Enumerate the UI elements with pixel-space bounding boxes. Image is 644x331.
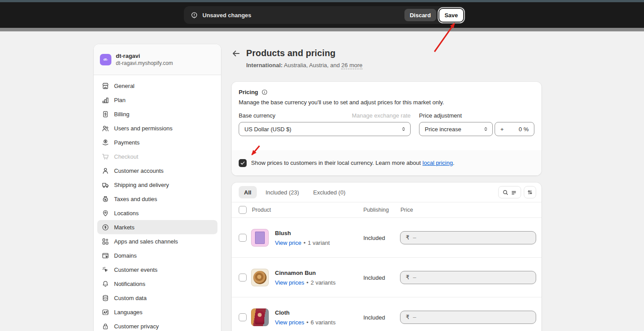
tab-excluded[interactable]: Excluded (0) <box>308 186 351 198</box>
view-prices-link[interactable]: View prices <box>275 279 304 285</box>
sidebar-item-custom-data[interactable]: Custom data <box>97 291 217 305</box>
currency-symbol: ₹ <box>406 234 409 241</box>
price-adjustment-select[interactable]: Price increase <box>419 122 493 136</box>
price-adjustment-label: Price adjustment <box>419 112 462 119</box>
lock-icon <box>102 323 109 330</box>
select-all-checkbox[interactable] <box>239 206 247 214</box>
publishing-status: Included <box>363 274 385 281</box>
alert-icon <box>191 11 198 19</box>
local-currency-text: Show prices to customers in their local … <box>251 160 421 166</box>
unsaved-changes-label: Unsaved changes <box>202 12 404 19</box>
sort-button[interactable] <box>524 186 536 198</box>
sidebar-item-users-and-permissions[interactable]: Users and permissions <box>97 121 217 135</box>
more-countries-link[interactable]: 26 more <box>341 62 362 69</box>
sidebar-item-markets[interactable]: Markets <box>97 220 217 234</box>
sidebar-item-label: General <box>114 83 134 89</box>
globe-dollar-icon <box>102 224 109 231</box>
sidebar-menu: General Plan Billing Users and permissio… <box>94 75 221 331</box>
publishing-status: Included <box>363 234 385 241</box>
price-input[interactable]: ₹ – <box>400 231 536 244</box>
local-pricing-link[interactable]: local pricing <box>423 160 453 166</box>
sidebar-item-label: Users and permissions <box>114 125 172 132</box>
topbar: Unsaved changes Discard Save <box>0 2 644 28</box>
sidebar-item-notifications[interactable]: Notifications <box>97 277 217 291</box>
adjustment-percent-input[interactable]: + 0 % <box>495 122 534 136</box>
row-checkbox[interactable] <box>239 234 247 242</box>
row-checkbox[interactable] <box>239 313 247 321</box>
billing-icon <box>102 110 109 118</box>
domains-icon <box>102 252 109 259</box>
view-prices-link[interactable]: View prices <box>275 319 304 325</box>
price-adjustment-value: Price increase <box>425 126 461 133</box>
search-filter-button[interactable] <box>498 186 521 198</box>
sidebar-item-label: Shipping and delivery <box>114 182 169 188</box>
bullet-separator: • <box>306 319 309 325</box>
info-icon[interactable] <box>261 89 268 95</box>
tab-included[interactable]: Included (23) <box>260 186 305 198</box>
settings-sidebar: dt- dt-ragavi dt-ragavi.myshopify.com Ge… <box>94 44 221 331</box>
sort-icon <box>526 189 533 196</box>
sidebar-item-label: Payments <box>114 139 140 146</box>
products-table-card: All Included (23) Excluded (0) Product P… <box>232 183 541 331</box>
header-shadow-strip <box>0 28 644 31</box>
price-input[interactable]: ₹ – <box>400 271 536 284</box>
sidebar-item-domains[interactable]: Domains <box>97 248 217 263</box>
sidebar-item-customer-privacy[interactable]: Customer privacy <box>97 319 217 331</box>
sidebar-item-label: Custom data <box>114 295 147 301</box>
variant-count: 6 variants <box>311 319 335 325</box>
price-placeholder: – <box>413 234 416 241</box>
sidebar-item-taxes-and-duties[interactable]: Taxes and duties <box>97 192 217 206</box>
view-price-link[interactable]: View price <box>275 239 301 246</box>
pricing-description: Manage the base currency you'll use to s… <box>232 95 541 106</box>
sidebar-item-label: Markets <box>114 224 134 231</box>
apps-icon <box>102 238 109 245</box>
sidebar-item-payments[interactable]: Payments <box>97 135 217 149</box>
column-publishing: Publishing <box>363 207 389 213</box>
sidebar-item-label: Billing <box>114 111 130 118</box>
sidebar-item-shipping-and-delivery[interactable]: Shipping and delivery <box>97 178 217 192</box>
currency-symbol: ₹ <box>406 314 409 320</box>
local-currency-checkbox[interactable] <box>239 159 247 167</box>
sidebar-item-general[interactable]: General <box>97 79 217 93</box>
local-currency-suffix: . <box>453 160 454 166</box>
plan-icon <box>102 96 109 104</box>
market-name-label: International: <box>246 62 282 68</box>
bell-icon <box>102 280 109 288</box>
translate-icon <box>102 308 109 316</box>
sidebar-item-billing[interactable]: Billing <box>97 107 217 121</box>
sidebar-item-apps-and-sales-channels[interactable]: Apps and sales channels <box>97 234 217 248</box>
sidebar-item-plan[interactable]: Plan <box>97 93 217 107</box>
sidebar-item-languages[interactable]: Languages <box>97 305 217 319</box>
price-placeholder: – <box>413 274 416 281</box>
back-arrow-icon[interactable] <box>232 49 240 58</box>
row-checkbox[interactable] <box>239 274 247 282</box>
sidebar-item-label: Notifications <box>114 281 145 287</box>
sidebar-item-label: Languages <box>114 309 142 316</box>
publishing-status: Included <box>363 314 385 320</box>
checkmark-icon <box>240 160 245 166</box>
table-row: Blush View price • 1 variant Included ₹ … <box>232 218 541 258</box>
person-icon <box>102 167 109 175</box>
sidebar-item-customer-accounts[interactable]: Customer accounts <box>97 164 217 178</box>
truck-icon <box>102 181 109 189</box>
sidebar-item-customer-events[interactable]: Customer events <box>97 263 217 277</box>
save-button[interactable]: Save <box>439 9 463 22</box>
base-currency-select[interactable]: US Dollar (USD $) <box>239 122 411 136</box>
price-input[interactable]: ₹ – <box>400 311 536 324</box>
column-product: Product <box>252 207 271 213</box>
shopify-settings-products-pricing: { "colors": { "topbar": "#1a1a1a", "acce… <box>0 0 644 331</box>
chevron-updown-icon <box>400 126 407 132</box>
bullet-separator: • <box>304 239 306 246</box>
sidebar-item-label: Taxes and duties <box>114 196 157 202</box>
store-header[interactable]: dt- dt-ragavi dt-ragavi.myshopify.com <box>94 44 221 75</box>
store-avatar: dt- <box>100 54 111 65</box>
adjustment-sign: + <box>500 126 504 133</box>
tab-all[interactable]: All <box>239 186 257 198</box>
sidebar-item-locations[interactable]: Locations <box>97 206 217 220</box>
local-currency-label: Show prices to customers in their local … <box>251 160 454 166</box>
product-thumbnail <box>251 229 269 247</box>
discard-button[interactable]: Discard <box>404 9 436 21</box>
product-thumbnail <box>251 269 269 286</box>
table-row: Cinnamon Bun View prices • 2 variants In… <box>232 258 541 297</box>
pricing-section-title: Pricing <box>239 89 258 95</box>
